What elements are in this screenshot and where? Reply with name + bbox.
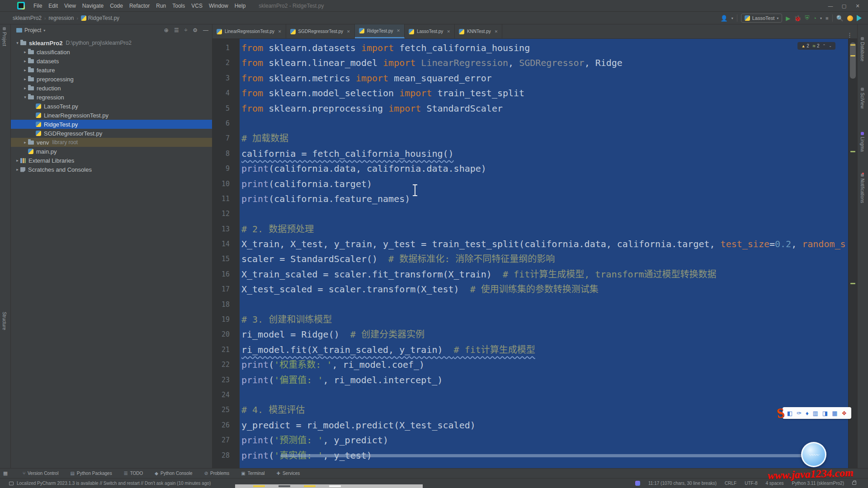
- gutter-line-number[interactable]: 10: [212, 177, 240, 192]
- tab-close-icon[interactable]: ✕: [278, 29, 282, 34]
- code-line-23[interactable]: print('偏置值: ', ri_model.intercept_): [240, 373, 848, 388]
- code-line-27[interactable]: print('预测值: ', y_predict): [240, 433, 848, 448]
- hide-icon[interactable]: —: [203, 27, 208, 33]
- code-with-me-icon[interactable]: 👤: [720, 15, 727, 22]
- code-line-5[interactable]: from sklearn.preprocessing import Standa…: [240, 101, 848, 116]
- menu-item-vcs[interactable]: VCS: [188, 1, 206, 10]
- tree-item-sklearnpro2[interactable]: ▾sklearnPro2D:\python_proj\sklearnPro2: [11, 38, 212, 47]
- ime-tool-icon[interactable]: ❖: [841, 410, 847, 417]
- close-button[interactable]: ✕: [851, 1, 864, 10]
- stop-button[interactable]: ■: [826, 15, 829, 21]
- warning-stripe-mark[interactable]: [850, 44, 855, 46]
- tool-stripe-sciview[interactable]: SciView: [860, 88, 865, 108]
- tree-item-datasets[interactable]: ▸datasets: [11, 56, 212, 66]
- tab-knntest-py[interactable]: KNNTest.py✕: [455, 24, 502, 38]
- profiler-button[interactable]: ◔: [813, 15, 816, 22]
- tree-item-ridgetest-py[interactable]: RidgeTest.py: [11, 120, 212, 129]
- menu-item-run[interactable]: Run: [153, 1, 169, 10]
- search-everywhere-icon[interactable]: 🔍: [836, 15, 844, 22]
- code-editor-area[interactable]: from sklearn.datasets import fetch_calif…: [240, 39, 848, 468]
- typo-stripe-mark[interactable]: [850, 283, 855, 284]
- tree-item-reduction[interactable]: ▸reduction: [11, 84, 212, 93]
- tree-item-scratches-and-consoles[interactable]: ▸Scratches and Consoles: [11, 165, 212, 174]
- gutter-line-number[interactable]: 14: [212, 237, 240, 252]
- tree-chevron-icon[interactable]: ▸: [22, 68, 28, 72]
- scrollbar-thumb[interactable]: [850, 42, 856, 79]
- gutter-line-number[interactable]: 5: [212, 101, 240, 116]
- tab-linearregressiontest-py[interactable]: LinearRegressionTest.py✕: [212, 24, 286, 38]
- menu-item-tools[interactable]: Tools: [169, 1, 188, 10]
- toolwindow-python-packages[interactable]: ▤Python Packages: [70, 471, 112, 476]
- menu-item-view[interactable]: View: [61, 1, 79, 10]
- breadcrumb-item[interactable]: RidgeTest.py: [79, 14, 121, 22]
- code-line-8[interactable]: california = fetch_california_housing(): [240, 146, 848, 161]
- toolwindow-services[interactable]: ✚Services: [277, 471, 300, 476]
- tree-item-linearregressiontest-py[interactable]: LinearRegressionTest.py: [11, 111, 212, 120]
- ime-tool-icon[interactable]: ▥: [813, 410, 818, 417]
- locate-icon[interactable]: ⊕: [164, 27, 169, 33]
- gutter-line-number[interactable]: 26: [212, 418, 240, 433]
- tree-item-preprocessing[interactable]: ▸preprocessing: [11, 75, 212, 84]
- gutter-line-number[interactable]: 8: [212, 146, 240, 161]
- code-line-12[interactable]: [240, 206, 848, 221]
- tree-chevron-icon[interactable]: ▾: [22, 95, 28, 99]
- gutter-line-number[interactable]: 18: [212, 297, 240, 312]
- gutter-line-number[interactable]: 19: [212, 312, 240, 327]
- breadcrumb-item[interactable]: regression: [47, 14, 75, 22]
- tree-chevron-icon[interactable]: ▸: [14, 158, 20, 163]
- plugin-orange-icon[interactable]: [847, 15, 853, 21]
- gutter-line-number[interactable]: 22: [212, 357, 240, 372]
- code-line-24[interactable]: [240, 388, 848, 403]
- gutter-line-number[interactable]: 1: [212, 41, 240, 56]
- toolwindow-version-control[interactable]: ⑂Version Control: [23, 471, 58, 476]
- caret-position-widget[interactable]: 11:17 (1070 chars, 30 line breaks): [648, 481, 717, 486]
- menu-item-navigate[interactable]: Navigate: [79, 1, 107, 10]
- profiler-caret-icon[interactable]: ▾: [820, 16, 822, 20]
- gutter-line-number[interactable]: 24: [212, 388, 240, 403]
- status-message[interactable]: Localized PyCharm 2023.1.3 is available …: [9, 481, 211, 486]
- code-line-13[interactable]: # 2. 数据预处理: [240, 222, 848, 237]
- gutter-line-number[interactable]: 21: [212, 343, 240, 357]
- editor-gutter[interactable]: 1234567891011121314151617181920212223242…: [212, 39, 240, 468]
- tree-chevron-icon[interactable]: ▸: [22, 77, 28, 81]
- gutter-line-number[interactable]: 2: [212, 56, 240, 70]
- encoding-widget[interactable]: UTF-8: [745, 481, 757, 486]
- tab-close-icon[interactable]: ✕: [396, 28, 400, 33]
- gutter-line-number[interactable]: 13: [212, 222, 240, 237]
- tab-list-more-icon[interactable]: ⋮: [842, 32, 857, 38]
- gutter-line-number[interactable]: 6: [212, 116, 240, 131]
- tab-ridgetest-py[interactable]: RidgeTest.py✕: [355, 24, 405, 38]
- code-line-25[interactable]: # 4. 模型评估: [240, 403, 848, 418]
- code-line-10[interactable]: print(california.target): [240, 177, 848, 192]
- gutter-line-number[interactable]: 23: [212, 373, 240, 388]
- tool-stripe-project[interactable]: Project: [2, 27, 7, 46]
- gutter-line-number[interactable]: 27: [212, 433, 240, 448]
- menu-item-file[interactable]: File: [30, 1, 45, 10]
- gutter-line-number[interactable]: 16: [212, 267, 240, 282]
- code-line-20[interactable]: ri_model = Ridge() # 创建分类器实例: [240, 327, 848, 342]
- line-separator-widget[interactable]: CRLF: [725, 481, 736, 486]
- code-line-18[interactable]: [240, 297, 848, 312]
- plugin-teal-icon[interactable]: [857, 15, 862, 21]
- tree-item-classification[interactable]: ▸classification: [11, 47, 212, 56]
- tree-item-external-libraries[interactable]: ▸External Libraries: [11, 156, 212, 165]
- next-issue-icon[interactable]: ⌄: [829, 44, 832, 48]
- code-line-22[interactable]: print('权重系数: ', ri_model.coef_): [240, 357, 848, 372]
- minimize-button[interactable]: —: [824, 1, 837, 10]
- code-line-17[interactable]: X_test_scaled = scaler.transform(X_test)…: [240, 282, 848, 297]
- tab-close-icon[interactable]: ✕: [447, 29, 450, 34]
- toolwindow-python-console[interactable]: ◆Python Console: [155, 471, 192, 476]
- code-line-7[interactable]: # 加载数据: [240, 131, 848, 146]
- coverage-button[interactable]: ⛨: [805, 14, 809, 22]
- floating-badge[interactable]: 〰〰: [801, 442, 826, 467]
- tool-stripe-lingma[interactable]: Lingma: [860, 132, 865, 152]
- menu-item-refactor[interactable]: Refactor: [126, 1, 153, 10]
- debug-button[interactable]: 🐞: [794, 15, 801, 22]
- vertical-scrollbar[interactable]: [848, 39, 857, 468]
- tree-item-venv[interactable]: ▸venvlibrary root: [11, 138, 212, 147]
- code-line-26[interactable]: y_predict = ri_model.predict(X_test_scal…: [240, 418, 848, 433]
- tool-stripe-structure[interactable]: Structure: [2, 312, 7, 330]
- project-panel-title[interactable]: Project ▾: [16, 27, 45, 33]
- tab-sgdregressortest-py[interactable]: SGDRegressorTest.py✕: [286, 24, 355, 38]
- tree-item-sgdregressortest-py[interactable]: SGDRegressorTest.py: [11, 129, 212, 138]
